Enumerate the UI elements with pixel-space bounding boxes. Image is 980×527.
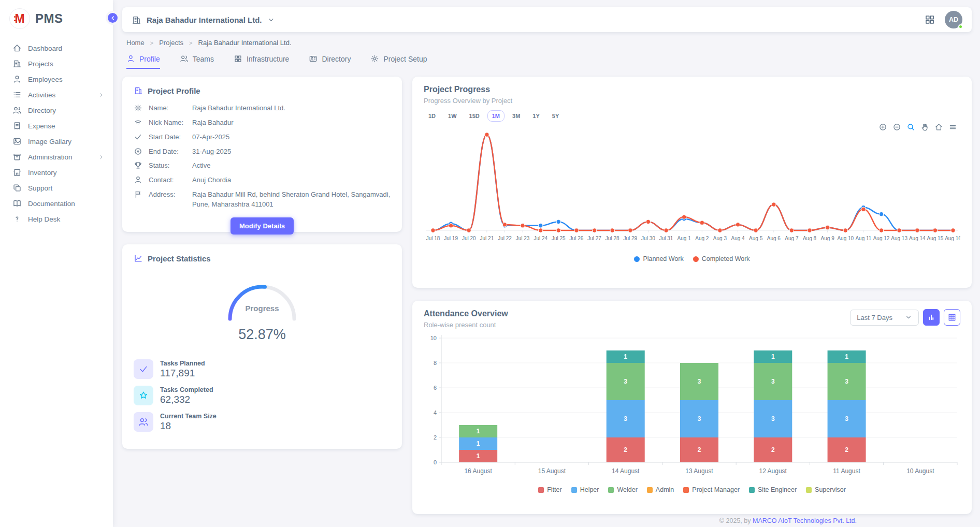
svg-text:Jul 22: Jul 22 [498,236,512,241]
field-label: Start Date: [149,133,186,142]
sidebar-item-dashboard[interactable]: Dashboard [0,40,113,56]
sidebar-item-employees[interactable]: Employees [0,71,113,87]
apps-grid-icon[interactable] [924,14,935,25]
sidebar-item-activities[interactable]: Activities [0,87,113,103]
attendance-title: Attendance Overview [424,309,508,318]
sidebar-item-inventory[interactable]: Inventory [0,165,113,180]
pan-icon[interactable] [920,123,929,131]
modify-details-button[interactable]: Modify Details [230,217,294,235]
bar-view-toggle[interactable] [923,309,940,326]
home-icon [12,43,22,53]
person-icon [134,175,142,184]
brand-logo-icon: M [9,8,30,29]
svg-text:1: 1 [477,440,480,447]
sidebar-item-expense[interactable]: Expense [0,118,113,134]
range-button-5y[interactable]: 5Y [547,110,564,122]
range-button-15d[interactable]: 15D [465,110,484,122]
svg-text:1: 1 [771,353,775,360]
project-progress-line-chart[interactable]: Jul 18Jul 19Jul 20Jul 21Jul 22Jul 23Jul … [424,122,960,252]
company-selector[interactable]: Raja Bahadur International Ltd. [132,15,275,25]
stat-item-tasks-planned: Tasks Planned117,891 [134,359,391,379]
svg-text:Jul 18: Jul 18 [426,236,440,241]
sidebar-item-help-desk[interactable]: Help Desk [0,211,113,227]
chart-line-icon [134,254,143,263]
user-avatar[interactable]: AD [945,11,962,28]
legend-label: Fitter [547,486,561,493]
svg-text:Aug 2: Aug 2 [695,236,709,241]
svg-text:Jul 21: Jul 21 [480,236,494,241]
chevron-left-icon [110,15,116,21]
breadcrumb: Home>Projects>Raja Bahadur International… [126,39,980,47]
legend-item-fitter[interactable]: Fitter [538,486,561,493]
range-button-1y[interactable]: 1Y [528,110,544,122]
svg-text:Jul 27: Jul 27 [587,236,601,241]
svg-text:3: 3 [845,415,848,422]
receipt-icon [12,121,22,130]
breadcrumb-item-projects[interactable]: Projects [159,39,183,47]
legend-item-site-engineer[interactable]: Site Engineer [749,486,797,493]
legend-label: Admin [656,486,674,493]
attendance-stacked-bar-chart[interactable]: 024681011116 August15 August233114 Augus… [424,333,960,483]
svg-text:Aug 9: Aug 9 [821,236,835,241]
range-button-3m[interactable]: 3M [508,110,525,122]
people-icon [180,54,189,63]
svg-text:3: 3 [624,415,627,422]
profile-field-nick-name: Nick Name:Raja Bahadur [134,118,391,128]
sidebar-item-directory[interactable]: Directory [0,103,113,118]
svg-text:3: 3 [771,415,775,422]
menu-icon[interactable] [948,123,957,131]
person-icon [126,54,135,63]
sidebar-item-administration[interactable]: Administration [0,149,113,165]
legend-item-welder[interactable]: Welder [608,486,637,493]
sidebar-item-documentation[interactable]: Documentation [0,196,113,211]
range-button-1w[interactable]: 1W [443,110,462,122]
range-button-1d[interactable]: 1D [424,110,440,122]
field-label: Status: [149,161,186,171]
list-icon [12,90,22,99]
svg-text:14 August: 14 August [612,467,640,475]
tab-label: Infrastructure [247,55,289,63]
zoom-out-icon[interactable] [892,123,901,131]
date-range-select[interactable]: Last 7 Days [850,310,919,326]
tab-infrastructure[interactable]: Infrastructure [234,54,289,69]
legend-item-supervisor[interactable]: Supervisor [806,486,846,493]
legend-item-admin[interactable]: Admin [647,486,674,493]
stat-item-tasks-completed: Tasks Completed62,332 [134,386,391,405]
sidebar-collapse-button[interactable] [106,11,120,25]
right-column: Project Progress Progress Overview by Pr… [412,77,972,514]
svg-text:Jul 29: Jul 29 [623,236,637,241]
bar-chart-icon [927,313,936,322]
selection-zoom-icon[interactable] [906,123,915,131]
svg-text:12 August: 12 August [759,467,787,475]
svg-text:Jul 23: Jul 23 [516,236,530,241]
legend-item-planned-work[interactable]: Planned Work [634,255,683,262]
sidebar-item-image-gallary[interactable]: Image Gallary [0,134,113,149]
project-profile-card: Project Profile Name:Raja Bahadur Intern… [122,77,402,232]
tab-profile[interactable]: Profile [126,54,160,69]
reset-zoom-icon[interactable] [934,123,943,131]
legend-item-helper[interactable]: Helper [571,486,599,493]
sidebar-item-support[interactable]: Support [0,180,113,196]
tab-directory[interactable]: Directory [309,54,351,69]
tab-teams[interactable]: Teams [180,54,214,69]
legend-item-completed-work[interactable]: Completed Work [693,255,750,262]
zoom-in-icon[interactable] [878,123,887,131]
range-button-1m[interactable]: 1M [487,110,505,122]
svg-text:Aug 4: Aug 4 [731,236,745,241]
svg-text:8: 8 [434,360,437,366]
legend-item-project-manager[interactable]: Project Manager [683,486,740,493]
breadcrumb-item-home[interactable]: Home [126,39,145,47]
table-view-toggle[interactable] [944,309,960,326]
svg-text:Aug 15: Aug 15 [927,236,944,241]
svg-text:0: 0 [434,459,437,465]
svg-text:2: 2 [624,446,627,453]
footer-brand-link[interactable]: MARCO AIoT Technologies Pvt. Ltd. [753,517,857,524]
gear-icon [370,54,379,63]
svg-text:1: 1 [477,428,480,435]
check-icon [134,133,142,141]
tab-project-setup[interactable]: Project Setup [370,54,427,69]
sidebar-item-projects[interactable]: Projects [0,56,113,71]
signal-icon [134,118,142,127]
svg-text:16 August: 16 August [464,467,492,475]
app-logo[interactable]: M PMS [0,0,113,37]
